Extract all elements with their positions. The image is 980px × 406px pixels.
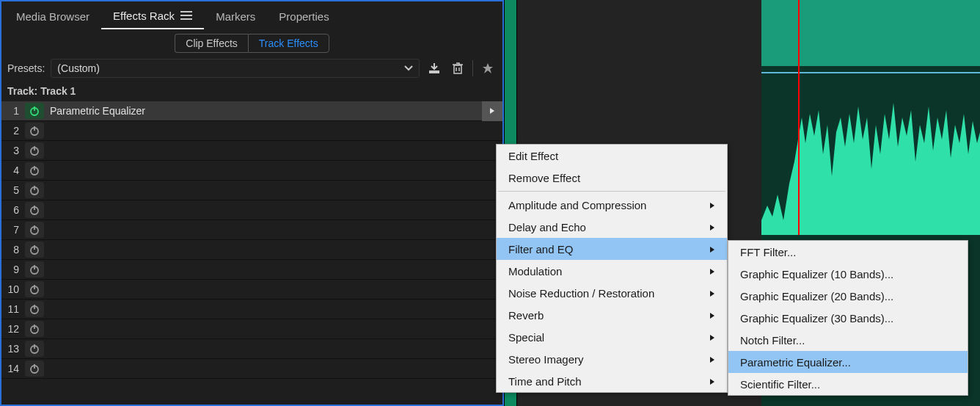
presets-dropdown[interactable]: (Custom): [51, 59, 420, 78]
effects-subtabs: Clip Effects Track Effects: [1, 31, 502, 56]
effect-slots: 1Parametric Equalizer234567891011121314: [1, 101, 502, 379]
effect-slot[interactable]: 4: [1, 161, 502, 181]
menu-item[interactable]: Edit Effect: [497, 145, 727, 167]
power-toggle-icon[interactable]: [25, 162, 44, 178]
svg-rect-1: [454, 65, 461, 73]
menu-item[interactable]: Reverb: [497, 304, 727, 326]
effect-slot[interactable]: 8: [1, 240, 502, 260]
menu-item-label: Noise Reduction / Restoration: [508, 287, 654, 300]
slot-number: 4: [1, 164, 25, 176]
tab-media-browser[interactable]: Media Browser: [4, 4, 101, 29]
power-toggle-icon[interactable]: [25, 202, 44, 218]
power-toggle-icon[interactable]: [25, 182, 44, 198]
submenu-arrow-icon: [709, 331, 715, 344]
submenu-item-label: Notch Filter...: [740, 334, 805, 347]
submenu-arrow-icon: [709, 221, 715, 233]
menu-item-label: Remove Effect: [508, 172, 580, 184]
menu-item-label: Stereo Imagery: [508, 353, 584, 366]
menu-item-label: Special: [508, 331, 544, 344]
submenu-item[interactable]: Parametric Equalizer...: [728, 351, 968, 373]
power-toggle-icon[interactable]: [25, 341, 44, 357]
app-root: Media Browser Effects Rack Markers Prope…: [0, 0, 980, 406]
effect-slot[interactable]: 7: [1, 220, 502, 240]
power-toggle-icon[interactable]: [25, 222, 44, 238]
tab-properties[interactable]: Properties: [267, 4, 340, 29]
menu-item-label: Time and Pitch: [508, 375, 582, 388]
effect-slot[interactable]: 13: [1, 339, 502, 359]
effect-slot[interactable]: 6: [1, 200, 502, 220]
menu-item-label: Filter and EQ: [508, 243, 573, 255]
waveform-divider: [761, 66, 980, 73]
submenu-item[interactable]: Graphic Equalizer (20 Bands)...: [728, 285, 968, 307]
power-toggle-icon[interactable]: [25, 321, 44, 337]
slot-number: 6: [1, 204, 25, 216]
submenu-item[interactable]: Scientific Filter...: [728, 373, 968, 395]
subtab-track-effects[interactable]: Track Effects: [248, 34, 329, 53]
submenu-item[interactable]: FFT Filter...: [728, 241, 968, 263]
power-toggle-icon[interactable]: [25, 261, 44, 278]
effect-slot[interactable]: 9: [1, 260, 502, 280]
tab-effects-rack[interactable]: Effects Rack: [101, 4, 204, 29]
effect-slot[interactable]: 2: [1, 121, 502, 141]
menu-item[interactable]: Noise Reduction / Restoration: [497, 282, 727, 304]
submenu-arrow-icon: [709, 353, 715, 366]
effect-context-menu: Edit EffectRemove EffectAmplitude and Co…: [496, 144, 728, 393]
effect-slot[interactable]: 10: [1, 280, 502, 300]
slot-expand-arrow-icon[interactable]: [482, 101, 502, 121]
delete-preset-button[interactable]: [449, 59, 467, 77]
track-label: Track: Track 1: [1, 81, 502, 101]
menu-item-label: Reverb: [508, 309, 544, 322]
separator: [472, 60, 473, 76]
menu-item[interactable]: Filter and EQ: [497, 238, 727, 260]
slot-number: 11: [1, 303, 25, 315]
slot-number: 2: [1, 125, 25, 137]
submenu-arrow-icon: [709, 287, 715, 300]
effect-slot[interactable]: 5: [1, 181, 502, 200]
menu-item[interactable]: Special: [497, 326, 727, 348]
menu-item[interactable]: Modulation: [497, 260, 727, 282]
submenu-item[interactable]: Graphic Equalizer (10 Bands)...: [728, 263, 968, 285]
submenu-arrow-icon: [709, 375, 715, 388]
submenu-item-label: FFT Filter...: [740, 246, 796, 258]
power-toggle-icon[interactable]: [25, 123, 44, 139]
power-toggle-icon[interactable]: [25, 242, 44, 258]
power-toggle-icon[interactable]: [25, 301, 44, 317]
menu-item-label: Amplitude and Compression: [508, 199, 646, 211]
submenu-arrow-icon: [709, 199, 715, 211]
tab-effects-rack-label: Effects Rack: [113, 10, 175, 22]
power-toggle-icon[interactable]: [25, 103, 44, 119]
slot-number: 1: [1, 105, 25, 117]
menu-item-label: Modulation: [508, 265, 562, 278]
effect-slot[interactable]: 14: [1, 359, 502, 379]
playhead-indicator[interactable]: [798, 0, 800, 235]
power-toggle-icon[interactable]: [25, 281, 44, 297]
submenu-arrow-icon: [709, 265, 715, 278]
submenu-item-label: Parametric Equalizer...: [740, 356, 851, 369]
submenu-item[interactable]: Notch Filter...: [728, 329, 968, 351]
menu-item[interactable]: Amplitude and Compression: [497, 194, 727, 216]
save-preset-button[interactable]: [425, 59, 443, 77]
slot-number: 3: [1, 145, 25, 156]
favorite-button[interactable]: [479, 59, 497, 77]
tab-markers[interactable]: Markers: [204, 4, 267, 29]
submenu-item[interactable]: Graphic Equalizer (30 Bands)...: [728, 307, 968, 329]
menu-item[interactable]: Stereo Imagery: [497, 348, 727, 370]
effect-slot[interactable]: 1Parametric Equalizer: [1, 101, 502, 121]
waveform-track-upper: [761, 0, 980, 66]
slot-number: 8: [1, 244, 25, 255]
panel-menu-icon[interactable]: [180, 10, 192, 18]
menu-item[interactable]: Delay and Echo: [497, 216, 727, 238]
svg-rect-0: [429, 70, 439, 73]
power-toggle-icon[interactable]: [25, 142, 44, 159]
effect-slot[interactable]: 12: [1, 319, 502, 339]
waveform-track-lower: [761, 73, 980, 235]
menu-item[interactable]: Time and Pitch: [497, 370, 727, 392]
filter-eq-submenu: FFT Filter...Graphic Equalizer (10 Bands…: [728, 240, 968, 396]
menu-item[interactable]: Remove Effect: [497, 167, 727, 189]
effect-slot[interactable]: 11: [1, 300, 502, 319]
slot-number: 14: [1, 363, 25, 374]
power-toggle-icon[interactable]: [25, 360, 44, 377]
chevron-down-icon: [404, 65, 413, 71]
subtab-clip-effects[interactable]: Clip Effects: [175, 34, 248, 53]
effect-slot[interactable]: 3: [1, 141, 502, 161]
